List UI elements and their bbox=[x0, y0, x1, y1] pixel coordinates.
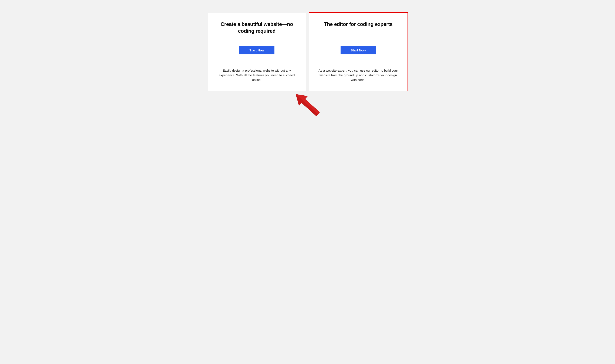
card-description-coding-experts: As a website expert, you can use our edi… bbox=[318, 68, 399, 82]
card-top-section: Create a beautiful website—no coding req… bbox=[208, 13, 306, 61]
svg-marker-1 bbox=[296, 90, 322, 114]
card-coding-experts: The editor for coding experts Start Now … bbox=[309, 13, 407, 91]
svg-marker-0 bbox=[293, 90, 322, 119]
card-top-section: The editor for coding experts Start Now bbox=[309, 13, 407, 61]
card-title-no-coding: Create a beautiful website—no coding req… bbox=[214, 21, 300, 35]
card-bottom-section: Easily design a professional website wit… bbox=[208, 61, 306, 91]
card-no-coding: Create a beautiful website—no coding req… bbox=[208, 13, 306, 91]
arrow-annotation-icon bbox=[293, 87, 323, 123]
card-description-no-coding: Easily design a professional website wit… bbox=[216, 68, 298, 82]
start-now-button-no-coding[interactable]: Start Now bbox=[239, 46, 275, 54]
start-now-button-coding-experts[interactable]: Start Now bbox=[340, 46, 376, 54]
card-title-coding-experts: The editor for coding experts bbox=[324, 21, 393, 28]
card-bottom-section: As a website expert, you can use our edi… bbox=[309, 61, 407, 91]
cards-container: Create a beautiful website—no coding req… bbox=[208, 13, 407, 91]
